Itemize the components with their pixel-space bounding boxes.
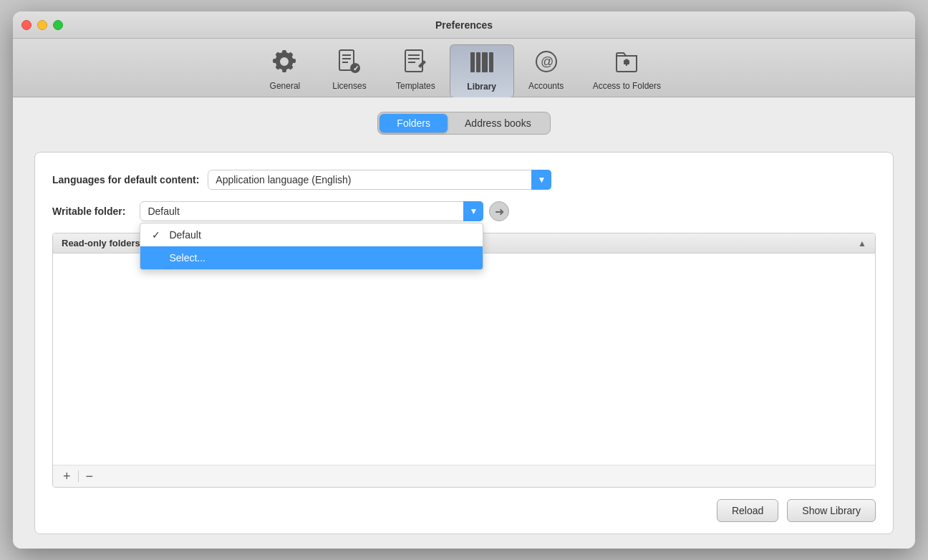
segment-address-books[interactable]: Address books <box>448 114 548 132</box>
writable-folder-row: Writable folder: Default Select... ▼ ✓ D… <box>52 201 876 221</box>
traffic-lights <box>21 20 63 30</box>
tab-licenses[interactable]: ✓ Licenses <box>317 44 382 97</box>
dropdown-item-select[interactable]: Select... <box>140 246 483 269</box>
tab-access-to-folders-label: Access to Folders <box>593 81 661 91</box>
toolbar-items: General ✓ Licenses Templates <box>253 44 675 97</box>
main-panel: Languages for default content: Applicati… <box>34 152 894 534</box>
tab-library-label: Library <box>467 82 496 92</box>
svg-rect-17 <box>626 63 627 66</box>
table-body <box>53 254 875 465</box>
tab-library[interactable]: Library <box>450 44 514 97</box>
bottom-bar: Reload Show Library <box>52 488 876 522</box>
library-icon <box>469 49 495 79</box>
tab-general[interactable]: General <box>253 44 317 97</box>
language-label: Languages for default content: <box>52 174 199 185</box>
dropdown-item-default-label: Default <box>169 229 200 241</box>
language-row: Languages for default content: Applicati… <box>52 170 876 190</box>
svg-text:✓: ✓ <box>353 64 359 72</box>
svg-rect-10 <box>470 52 475 72</box>
language-select[interactable]: Application language (English) <box>208 170 551 190</box>
checkmark-icon: ✓ <box>152 229 163 241</box>
sort-arrow-icon[interactable]: ▲ <box>858 238 866 248</box>
writable-select-arrow: ▼ <box>463 201 483 221</box>
tab-accounts[interactable]: @ Accounts <box>514 44 579 97</box>
general-icon <box>272 49 298 78</box>
language-select-arrow: ▼ <box>531 170 551 190</box>
tab-templates[interactable]: Templates <box>382 44 450 97</box>
tab-accounts-label: Accounts <box>528 81 564 91</box>
preferences-window: Preferences General ✓ Licenses Templa <box>13 11 915 549</box>
accounts-icon: @ <box>533 49 559 78</box>
templates-icon <box>402 49 428 78</box>
window-title: Preferences <box>435 19 493 31</box>
navigate-folder-button[interactable]: ➜ <box>489 201 509 221</box>
segment-folders[interactable]: Folders <box>380 114 448 132</box>
svg-rect-11 <box>476 52 480 72</box>
remove-folder-button[interactable]: − <box>84 470 95 483</box>
svg-rect-6 <box>405 50 422 72</box>
tab-templates-label: Templates <box>396 81 435 91</box>
minimize-button[interactable] <box>37 20 47 30</box>
svg-rect-3 <box>342 62 348 63</box>
svg-rect-7 <box>408 54 420 56</box>
dropdown-item-default[interactable]: ✓ Default <box>140 223 483 246</box>
svg-rect-13 <box>489 52 493 72</box>
writable-folder-dropdown: ✓ Default Select... <box>140 223 483 270</box>
reload-button[interactable]: Reload <box>717 499 778 522</box>
language-select-wrapper: Application language (English) ▼ <box>208 170 551 190</box>
segment-wrapper: Folders Address books <box>377 112 550 135</box>
toolbar: General ✓ Licenses Templates <box>13 39 915 97</box>
writable-folder-label: Writable folder: <box>52 206 125 217</box>
svg-rect-2 <box>342 58 351 59</box>
tab-general-label: General <box>270 81 301 91</box>
dropdown-item-select-label: Select... <box>169 252 206 264</box>
readonly-folders-table: Read-only folders ▲ + − <box>52 233 876 488</box>
writable-folder-select[interactable]: Default Select... <box>140 201 483 221</box>
content-area: Folders Address books Languages for defa… <box>13 97 915 549</box>
licenses-icon: ✓ <box>337 49 362 78</box>
footer-divider <box>78 470 79 482</box>
writable-select-wrapper: Default Select... ▼ ✓ Default Select... <box>140 201 483 221</box>
svg-rect-8 <box>408 58 420 59</box>
svg-rect-12 <box>482 52 488 72</box>
tab-access-to-folders[interactable]: Access to Folders <box>579 44 675 97</box>
close-button[interactable] <box>21 20 32 30</box>
svg-rect-1 <box>342 54 351 56</box>
svg-rect-9 <box>408 62 415 63</box>
maximize-button[interactable] <box>53 20 63 30</box>
segment-control: Folders Address books <box>34 112 894 135</box>
svg-text:@: @ <box>541 54 554 69</box>
add-folder-button[interactable]: + <box>62 470 72 483</box>
tab-licenses-label: Licenses <box>332 81 366 91</box>
access-to-folders-icon <box>614 49 639 78</box>
title-bar: Preferences <box>13 11 915 39</box>
table-footer: + − <box>53 465 875 487</box>
show-library-button[interactable]: Show Library <box>787 499 876 522</box>
table-header-label: Read-only folders <box>62 238 140 248</box>
